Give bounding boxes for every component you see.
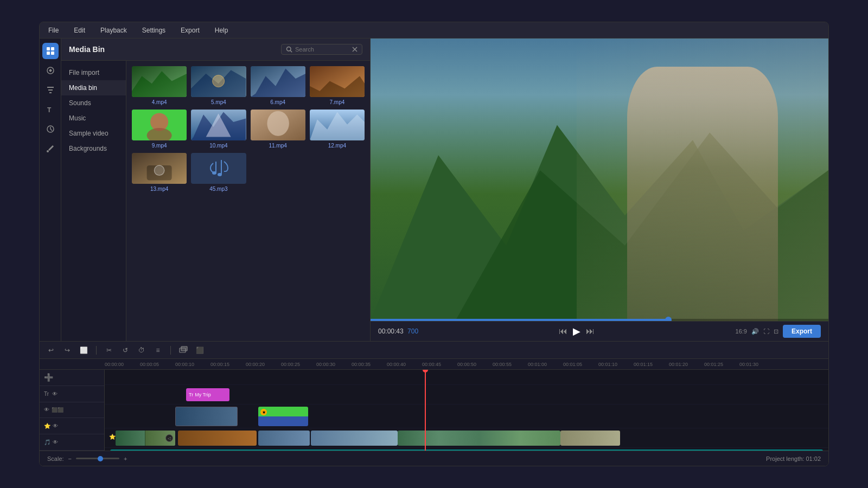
status-bar: Scale: − + Project length: 01:02 bbox=[40, 451, 828, 466]
menu-edit[interactable]: Edit bbox=[71, 25, 88, 35]
media-label-7: 7.mp4 bbox=[329, 99, 344, 105]
delete-btn[interactable]: ⬜ bbox=[78, 344, 90, 356]
preview-panel: 00:00:43 700 ⏮ ▶ ⏭ 16:9 🔊 ⛶ ⊡ Export bbox=[371, 38, 828, 341]
track-label-add: ➕ bbox=[40, 370, 104, 386]
waveform-svg bbox=[110, 450, 823, 451]
media-item-10[interactable]: 10.mp4 bbox=[191, 110, 246, 149]
preview-controls: 00:00:43 700 ⏮ ▶ ⏭ 16:9 🔊 ⛶ ⊡ Export bbox=[371, 321, 828, 341]
scale-decrease-btn[interactable]: − bbox=[68, 455, 72, 462]
search-clear-icon[interactable] bbox=[352, 47, 358, 52]
sidebar-item-sample-video[interactable]: Sample video bbox=[61, 126, 126, 141]
track-label-audio: 🎵 👁 bbox=[40, 434, 104, 451]
media-item-9[interactable]: 9.mp4 bbox=[132, 110, 187, 149]
audio-icon bbox=[208, 159, 229, 178]
audio-track-waveform[interactable] bbox=[110, 450, 823, 451]
thumb-svg-9 bbox=[132, 110, 187, 140]
ruler-mark-3: 00:00:15 bbox=[210, 362, 246, 367]
undo-btn[interactable]: ↩ bbox=[45, 344, 57, 356]
redo-btn[interactable]: ↪ bbox=[61, 344, 73, 356]
svg-rect-1 bbox=[51, 47, 54, 50]
sidebar-item-file-import[interactable]: File import bbox=[61, 65, 126, 80]
video-clip-4[interactable] bbox=[311, 431, 398, 446]
playhead[interactable] bbox=[425, 370, 426, 451]
thumb-svg-6 bbox=[251, 66, 305, 97]
next-frame-btn[interactable]: ⏭ bbox=[586, 326, 595, 336]
overlay-btn[interactable] bbox=[177, 344, 189, 356]
svg-point-11 bbox=[287, 47, 291, 52]
media-item-4[interactable]: 4.mp4 bbox=[132, 66, 187, 105]
rotate-btn[interactable]: ↺ bbox=[119, 344, 131, 356]
media-item-12[interactable]: 12.mp4 bbox=[310, 110, 365, 149]
svg-rect-7 bbox=[49, 92, 52, 93]
scale-increase-btn[interactable]: + bbox=[124, 455, 127, 462]
prev-frame-btn[interactable]: ⏮ bbox=[559, 326, 567, 336]
video-clip-6[interactable] bbox=[560, 431, 620, 446]
sidebar-item-sounds[interactable]: Sounds bbox=[61, 95, 126, 111]
search-input[interactable] bbox=[295, 46, 349, 53]
overlay-track-eye-icon[interactable]: 👁 bbox=[44, 407, 49, 413]
video-scrubber-bar[interactable] bbox=[371, 319, 828, 321]
media-label-6: 6.mp4 bbox=[270, 99, 285, 105]
person-figure bbox=[577, 38, 828, 321]
sidebar-item-media-bin[interactable]: Media bin bbox=[61, 80, 126, 95]
title-track-eye-icon[interactable]: 👁 bbox=[52, 391, 58, 397]
menu-settings[interactable]: Settings bbox=[139, 25, 169, 35]
media-item-13[interactable]: 13.mp4 bbox=[132, 153, 187, 192]
media-label-10: 10.mp4 bbox=[209, 143, 227, 149]
media-thumb-7 bbox=[310, 66, 365, 97]
sidebar-item-music[interactable]: Music bbox=[61, 111, 126, 126]
media-thumb-4 bbox=[132, 66, 187, 97]
toolbar-fx-btn[interactable] bbox=[42, 62, 59, 79]
media-label-5: 5.mp4 bbox=[211, 99, 226, 105]
track-row-add bbox=[105, 370, 828, 385]
ruler-mark-18: 00:01:30 bbox=[739, 362, 775, 367]
audio-track-eye-icon[interactable]: 👁 bbox=[53, 439, 58, 445]
add-track-icon[interactable]: ➕ bbox=[44, 373, 53, 382]
svg-point-36 bbox=[154, 165, 164, 175]
overlay-clip-1[interactable] bbox=[175, 407, 238, 426]
aspect-ratio: 16:9 bbox=[736, 328, 747, 335]
media-item-5[interactable]: 5.mp4 bbox=[191, 66, 246, 105]
ruler-mark-2: 00:00:10 bbox=[175, 362, 210, 367]
transition-btn[interactable]: ⬛ bbox=[194, 344, 206, 356]
media-thumb-12 bbox=[310, 110, 365, 140]
export-button[interactable]: Export bbox=[783, 325, 821, 338]
ruler-mark-10: 00:00:50 bbox=[457, 362, 493, 367]
video-clip-5[interactable] bbox=[398, 431, 560, 446]
media-item-6[interactable]: 6.mp4 bbox=[251, 66, 305, 105]
fullscreen-btn[interactable]: ⛶ bbox=[763, 328, 769, 335]
sidebar-item-backgrounds[interactable]: Backgrounds bbox=[61, 141, 126, 156]
toolbar-tools-btn[interactable] bbox=[42, 140, 59, 157]
play-pause-btn[interactable]: ▶ bbox=[573, 325, 580, 337]
cut-btn[interactable]: ✂ bbox=[103, 344, 115, 356]
clip-trim-handle[interactable]: ◁ bbox=[165, 434, 173, 442]
volume-icon[interactable]: 🔊 bbox=[751, 328, 759, 335]
toolbar-text-btn[interactable]: T bbox=[42, 101, 59, 118]
overlay-marker-icon: ★ bbox=[262, 410, 266, 415]
timeline-tracks: Tr My Trip ★ bbox=[105, 370, 828, 451]
media-label-12: 12.mp4 bbox=[328, 143, 346, 149]
svg-text:T: T bbox=[47, 106, 52, 114]
list-btn[interactable]: ≡ bbox=[152, 344, 164, 356]
toolbar-history-btn[interactable] bbox=[42, 121, 59, 137]
video-clip-3[interactable] bbox=[258, 431, 310, 446]
timer-btn[interactable]: ⏱ bbox=[136, 344, 148, 356]
overlay-clip-2[interactable]: ★ bbox=[258, 407, 308, 426]
video-track-eye-icon[interactable]: 👁 bbox=[53, 423, 58, 429]
video-clip-2[interactable] bbox=[178, 431, 257, 446]
toolbar-media-btn[interactable] bbox=[42, 43, 59, 59]
menu-help[interactable]: Help bbox=[212, 25, 232, 35]
menu-playback[interactable]: Playback bbox=[97, 25, 130, 35]
media-item-11[interactable]: 11.mp4 bbox=[251, 110, 305, 149]
track-label-overlay: 👁 ⬛⬛ bbox=[40, 402, 104, 419]
title-clip[interactable]: Tr My Trip bbox=[186, 388, 229, 401]
clip-1-part1 bbox=[116, 431, 145, 446]
scale-slider[interactable] bbox=[76, 458, 119, 459]
toolbar-filter-btn[interactable] bbox=[42, 82, 59, 98]
menu-file[interactable]: File bbox=[45, 25, 62, 35]
video-clip-1[interactable]: ◁ bbox=[116, 431, 175, 446]
media-item-7[interactable]: 7.mp4 bbox=[310, 66, 365, 105]
media-item-45[interactable]: 45.mp3 bbox=[191, 153, 246, 192]
menu-export[interactable]: Export bbox=[177, 25, 203, 35]
popout-btn[interactable]: ⊡ bbox=[774, 328, 778, 335]
